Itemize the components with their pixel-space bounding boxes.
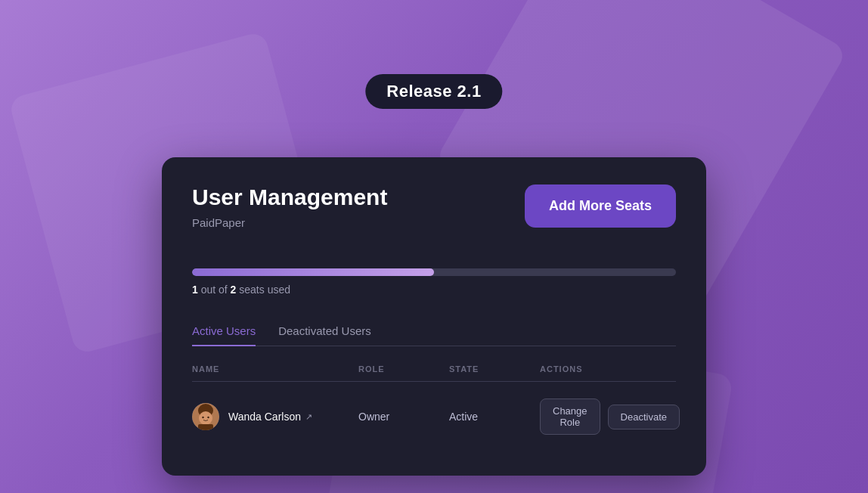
avatar-image xyxy=(192,403,219,430)
page-title: User Management xyxy=(192,184,387,210)
org-name: PaidPaper xyxy=(192,216,387,229)
col-header-state: STATE xyxy=(449,364,540,374)
progress-bar-fill xyxy=(192,268,434,276)
add-more-seats-button[interactable]: Add More Seats xyxy=(525,184,676,228)
svg-rect-5 xyxy=(198,424,213,430)
card-header-left: User Management PaidPaper xyxy=(192,184,387,247)
user-management-card: User Management PaidPaper Add More Seats… xyxy=(162,157,706,476)
col-header-actions: ACTIONS xyxy=(540,364,676,374)
avatar xyxy=(192,403,219,430)
table-header-row: NAME ROLE STATE ACTIONS xyxy=(192,364,676,382)
seats-used-text: 1 out of 2 seats used xyxy=(192,284,676,296)
svg-point-2 xyxy=(199,411,212,425)
user-full-name: Wanda Carlson ↗ xyxy=(228,411,312,423)
col-header-name: NAME xyxy=(192,364,358,374)
user-name-text: Wanda Carlson xyxy=(228,411,301,423)
progress-bar-background xyxy=(192,268,676,276)
tab-active-users[interactable]: Active Users xyxy=(192,317,256,346)
seats-label-text: seats used xyxy=(239,284,290,296)
user-role-cell: Owner xyxy=(358,411,449,423)
seats-total-count: 2 xyxy=(231,284,237,296)
card-header-row: User Management PaidPaper Add More Seats xyxy=(192,184,676,247)
release-badge: Release 2.1 xyxy=(365,74,502,109)
col-header-role: ROLE xyxy=(358,364,449,374)
svg-point-4 xyxy=(207,417,209,418)
external-link-icon: ↗ xyxy=(305,412,312,422)
change-role-button[interactable]: Change Role xyxy=(540,398,600,435)
seats-used-count: 1 xyxy=(192,284,198,296)
deactivate-button[interactable]: Deactivate xyxy=(608,405,680,429)
table-row: Wanda Carlson ↗ Owner Active Change Role… xyxy=(192,388,676,445)
users-tab-bar: Active Users Deactivated Users xyxy=(192,317,676,346)
user-actions-cell: Change Role Deactivate xyxy=(540,398,680,435)
user-name-cell: Wanda Carlson ↗ xyxy=(192,403,358,430)
seats-out-of-text: out of xyxy=(201,284,231,296)
svg-point-3 xyxy=(202,417,203,418)
user-state-cell: Active xyxy=(449,411,540,423)
tab-deactivated-users[interactable]: Deactivated Users xyxy=(278,317,371,346)
seats-progress-section: 1 out of 2 seats used xyxy=(192,268,676,296)
